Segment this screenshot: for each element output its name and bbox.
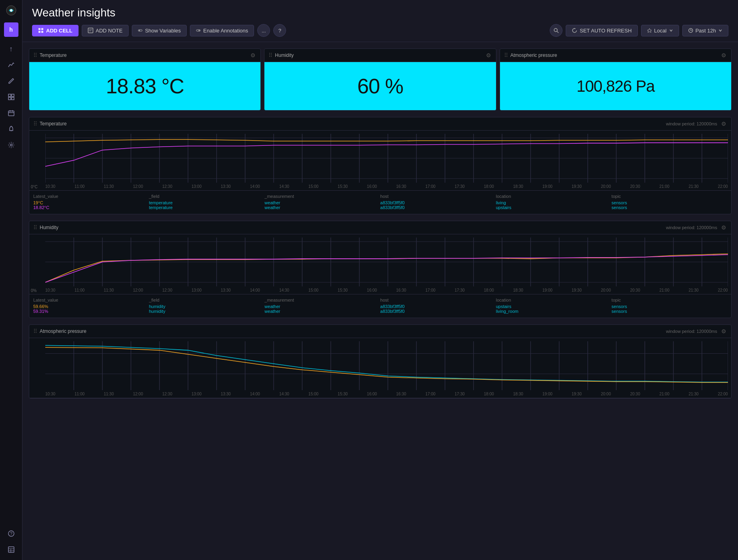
search-button[interactable] (550, 24, 563, 37)
stat-card-pressure-title-row: ⠿ Atmospheric pressure (504, 52, 557, 58)
temp-row2-measurement: weather (264, 205, 380, 210)
chart-cell-temperature-header: ⠿ Temperature window period: 120000ms ⚙ (29, 117, 731, 131)
chart-cell-humidity-gear[interactable]: ⚙ (720, 224, 727, 232)
help-button[interactable]: ? (273, 24, 286, 37)
sidebar-item-table[interactable] (4, 542, 18, 557)
add-cell-button[interactable]: ADD CELL (32, 25, 79, 36)
stat-cards-row: ⠿ Temperature ⚙ 18.83 °C ⠿ Humidity ⚙ (29, 48, 732, 111)
drag-handle-pressure-chart[interactable]: ⠿ (33, 328, 37, 334)
chart-temperature-table: Latest_value _field _measurement host lo… (29, 191, 731, 214)
temp-row1-measurement: weather (264, 200, 380, 205)
col-location-temp: location (496, 194, 612, 199)
sidebar-item-upload[interactable]: ↑ (4, 42, 18, 56)
drag-handle-humidity-chart[interactable]: ⠿ (33, 224, 37, 231)
page-title: Weather insights (32, 6, 728, 19)
stat-card-temperature-gear[interactable]: ⚙ (250, 51, 256, 59)
stat-card-humidity-gear[interactable]: ⚙ (485, 51, 492, 59)
chart-pressure-container: 101.5kPa 101kPa (29, 338, 731, 398)
add-note-button[interactable]: ADD NOTE (82, 25, 129, 36)
svg-point-28 (199, 30, 200, 31)
show-variables-label: Show Variables (145, 28, 181, 34)
stat-card-pressure-gear[interactable]: ⚙ (720, 51, 727, 59)
svg-rect-18 (38, 28, 40, 30)
stat-card-temperature-title-row: ⠿ Temperature (33, 52, 67, 58)
chart-cell-pressure: ⠿ Atmospheric pressure window period: 12… (29, 324, 732, 399)
chart-pressure-area (29, 338, 731, 390)
col-host-hum: host (380, 298, 496, 302)
svg-point-1 (10, 9, 12, 12)
stat-card-humidity-title-row: ⠿ Humidity (268, 52, 294, 58)
pin-icon (647, 28, 652, 33)
stat-card-temperature-body: 18.83 °C (29, 62, 260, 110)
temp-row1-field: temperature (149, 200, 265, 205)
hum-row1-topic: sensors (611, 304, 727, 309)
chart-cell-temperature-gear[interactable]: ⚙ (720, 120, 727, 128)
table-row: 19°C temperature weather a833bf3ff5f0 li… (33, 200, 727, 205)
svg-rect-4 (8, 97, 11, 100)
chart-cell-temperature-title-row: ⠿ Temperature (33, 121, 67, 127)
sidebar-item-settings[interactable] (4, 138, 18, 152)
svg-rect-21 (41, 31, 43, 33)
sidebar-item-edit[interactable] (4, 74, 18, 88)
chart-cell-humidity-title: Humidity (40, 225, 58, 230)
chart-humidity-container: 100% 50% 0% (29, 234, 731, 294)
enable-annotations-button[interactable]: Enable Annotations (190, 25, 254, 36)
hum-row2-val: 59.31% (33, 309, 149, 314)
svg-rect-5 (12, 97, 14, 100)
chart-cell-pressure-title: Atmospheric pressure (40, 328, 87, 334)
sidebar-item-help[interactable]: ? (4, 526, 18, 541)
timezone-chevron-icon (669, 28, 673, 32)
sidebar-item-notifications[interactable] (4, 122, 18, 136)
temp-row2-host: a833bf3ff5f0 (380, 205, 496, 210)
svg-line-30 (557, 31, 559, 33)
y-label-0: 0°C (31, 185, 40, 189)
chart-cell-pressure-gear[interactable]: ⚙ (720, 327, 727, 335)
main-content: Weather insights ADD CELL ADD NOTE (22, 0, 738, 560)
search-icon (553, 28, 559, 33)
dashboard: ⠿ Temperature ⚙ 18.83 °C ⠿ Humidity ⚙ (22, 42, 738, 560)
sidebar-item-calendar[interactable] (4, 106, 18, 120)
temp-row2-field: temperature (149, 205, 265, 210)
more-button[interactable]: ... (257, 24, 270, 37)
hum-row2-measurement: weather (264, 309, 380, 314)
chart-temperature-container: 20°C 10°C 0°C (29, 131, 731, 191)
chart-humidity-svg (45, 238, 728, 286)
col-latest-val-hum: Latest_value (33, 298, 149, 302)
col-field-temp: _field (149, 194, 265, 199)
show-variables-button[interactable]: Show Variables (132, 25, 187, 36)
header: Weather insights ADD CELL ADD NOTE (22, 0, 738, 42)
chart-temperature-svg (45, 134, 728, 183)
svg-rect-22 (88, 28, 93, 33)
time-range-chevron-icon (718, 28, 722, 32)
temp-row2-topic: sensors (611, 205, 727, 210)
set-auto-refresh-button[interactable]: SET AUTO REFRESH (566, 25, 638, 36)
chart-cell-temperature: ⠿ Temperature window period: 120000ms ⚙ … (29, 117, 732, 214)
drag-handle-temperature[interactable]: ⠿ (33, 52, 37, 58)
chart-cell-humidity-title-row: ⠿ Humidity (33, 224, 58, 231)
add-note-icon (88, 28, 93, 33)
drag-handle-humidity[interactable]: ⠿ (268, 52, 272, 58)
drag-handle-pressure[interactable]: ⠿ (504, 52, 508, 58)
stat-card-humidity-value: 60 % (357, 74, 403, 98)
sidebar-item-grid[interactable] (4, 90, 18, 104)
stat-card-pressure-header: ⠿ Atmospheric pressure ⚙ (500, 49, 731, 62)
drag-handle-temp-chart[interactable]: ⠿ (33, 121, 37, 127)
annotations-toggle-icon (196, 28, 201, 33)
timezone-button[interactable]: Local (641, 25, 679, 36)
svg-rect-14 (8, 547, 14, 552)
sidebar-bottom: ? (4, 526, 18, 557)
svg-text:?: ? (10, 531, 12, 536)
col-topic-temp: topic (611, 194, 727, 199)
temp-row1-val: 19°C (33, 200, 149, 205)
temp-row1-topic: sensors (611, 200, 727, 205)
time-range-button[interactable]: Past 12h (682, 25, 728, 36)
chart-cell-temperature-title: Temperature (40, 121, 67, 127)
hum-row1-location: upstairs (496, 304, 612, 309)
svg-rect-3 (12, 94, 14, 97)
user-avatar[interactable]: h (4, 22, 18, 37)
stat-card-pressure-title: Atmospheric pressure (510, 52, 557, 58)
chart-humidity-table: Latest_value _field _measurement host lo… (29, 294, 731, 318)
temp-row1-location: living (496, 200, 612, 205)
stat-card-humidity: ⠿ Humidity ⚙ 60 % (264, 48, 496, 111)
sidebar-item-charts[interactable] (4, 58, 18, 72)
